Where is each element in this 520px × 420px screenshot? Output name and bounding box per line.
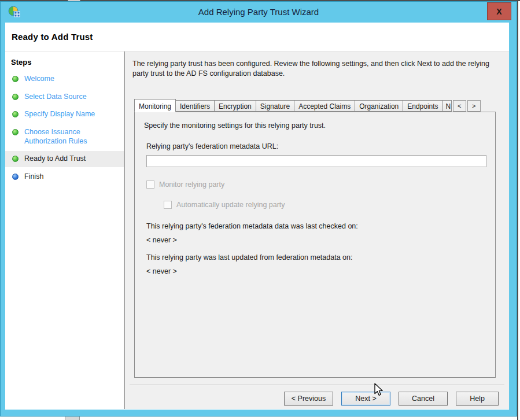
checkbox-unchecked-icon xyxy=(164,201,172,209)
page-title: Ready to Add Trust xyxy=(12,32,93,42)
sidebar-item-select-data-source[interactable]: Select Data Source xyxy=(5,89,124,105)
previous-button[interactable]: < Previous xyxy=(284,392,333,406)
tab-accepted-claims[interactable]: Accepted Claims xyxy=(294,100,355,112)
wizard-page-content: The relying party trust has been configu… xyxy=(125,51,509,409)
wizard-window: Add Relying Party Trust Wizard X Ready t… xyxy=(0,1,517,417)
wizard-button-row: < Previous Next > Cancel Help xyxy=(284,392,499,406)
background-window-artifact-bottom xyxy=(65,416,80,420)
auto-update-relying-party-label: Automatically update relying party xyxy=(176,201,285,209)
step-done-icon xyxy=(12,94,19,100)
sidebar-item-choose-issuance-authorization-rules[interactable]: Choose Issuance Authorization Rules xyxy=(5,124,124,149)
last-updated-value: < never > xyxy=(146,267,177,275)
last-checked-value: < never > xyxy=(146,236,177,244)
chevron-right-icon: > xyxy=(472,102,475,109)
step-done-icon xyxy=(12,76,19,82)
sidebar-item-label: Finish xyxy=(24,172,43,182)
settings-tab-control: Monitoring Identifiers Encryption Signat… xyxy=(134,98,496,378)
sidebar-item-label: Ready to Add Trust xyxy=(24,154,86,164)
chevron-left-icon: < xyxy=(458,102,461,109)
steps-header: Steps xyxy=(5,57,124,71)
page-description: The relying party trust has been configu… xyxy=(132,59,493,78)
last-checked-label: This relying party's federation metadata… xyxy=(146,222,358,230)
tab-scroll-left-button[interactable]: < xyxy=(453,100,466,112)
metadata-url-label: Relying party's federation metadata URL: xyxy=(146,142,278,150)
close-icon: X xyxy=(496,7,501,16)
window-title: Add Relying Party Trust Wizard xyxy=(1,7,517,17)
sidebar-item-label: Specify Display Name xyxy=(24,110,95,119)
checkbox-unchecked-icon xyxy=(146,180,154,189)
auto-update-relying-party-checkbox-row: Automatically update relying party xyxy=(164,201,285,209)
metadata-url-input[interactable] xyxy=(146,155,486,167)
close-button[interactable]: X xyxy=(487,2,511,20)
button-separator xyxy=(130,384,504,385)
monitor-relying-party-label: Monitor relying party xyxy=(159,180,224,189)
help-button[interactable]: Help xyxy=(456,392,499,406)
sidebar-item-label: Welcome xyxy=(24,75,54,84)
window-body: Ready to Add Trust Steps Welcome Select … xyxy=(5,23,509,410)
tab-strip: Monitoring Identifiers Encryption Signat… xyxy=(134,98,496,112)
tab-organization[interactable]: Organization xyxy=(355,100,403,112)
sidebar-item-label: Choose Issuance Authorization Rules xyxy=(24,128,120,146)
sidebar-item-welcome[interactable]: Welcome xyxy=(5,71,124,87)
sidebar-item-label: Select Data Source xyxy=(24,93,87,102)
tab-notes-truncated[interactable]: N xyxy=(442,100,452,112)
steps-sidebar: Steps Welcome Select Data Source Specify… xyxy=(5,51,125,409)
sidebar-item-specify-display-name[interactable]: Specify Display Name xyxy=(5,106,124,123)
cancel-button[interactable]: Cancel xyxy=(399,392,448,406)
tab-signature[interactable]: Signature xyxy=(256,100,294,112)
background-window-edge-right xyxy=(517,0,518,420)
step-done-icon xyxy=(12,129,19,135)
mouse-cursor-icon xyxy=(374,383,386,397)
monitoring-intro-text: Specify the monitoring settings for this… xyxy=(144,121,326,130)
page-header: Ready to Add Trust xyxy=(5,23,509,51)
last-updated-label: This relying party was last updated from… xyxy=(146,253,352,261)
tab-encryption[interactable]: Encryption xyxy=(214,100,256,112)
tab-monitoring[interactable]: Monitoring xyxy=(134,99,176,112)
tab-identifiers[interactable]: Identifiers xyxy=(175,100,215,112)
sidebar-item-ready-to-add-trust: Ready to Add Trust xyxy=(5,151,124,167)
step-done-icon xyxy=(12,111,19,117)
sidebar-item-finish: Finish xyxy=(5,169,124,185)
screen: Add Relying Party Trust Wizard X Ready t… xyxy=(0,0,520,420)
monitoring-tab-panel: Specify the monitoring settings for this… xyxy=(134,112,496,378)
step-done-icon xyxy=(12,156,19,162)
step-upcoming-icon xyxy=(12,174,19,180)
tab-scroll-right-button[interactable]: > xyxy=(467,100,481,112)
titlebar: Add Relying Party Trust Wizard X xyxy=(1,2,517,23)
tab-endpoints[interactable]: Endpoints xyxy=(403,100,442,112)
monitor-relying-party-checkbox-row: Monitor relying party xyxy=(146,180,224,189)
